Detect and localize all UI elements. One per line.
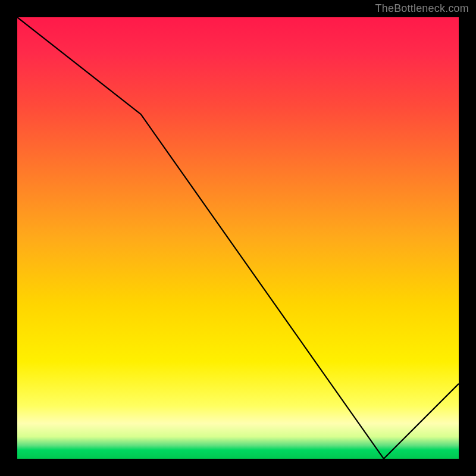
chart-plot-area — [17, 17, 459, 459]
bottleneck-curve — [17, 17, 459, 459]
attribution-label: TheBottleneck.com — [375, 2, 469, 15]
